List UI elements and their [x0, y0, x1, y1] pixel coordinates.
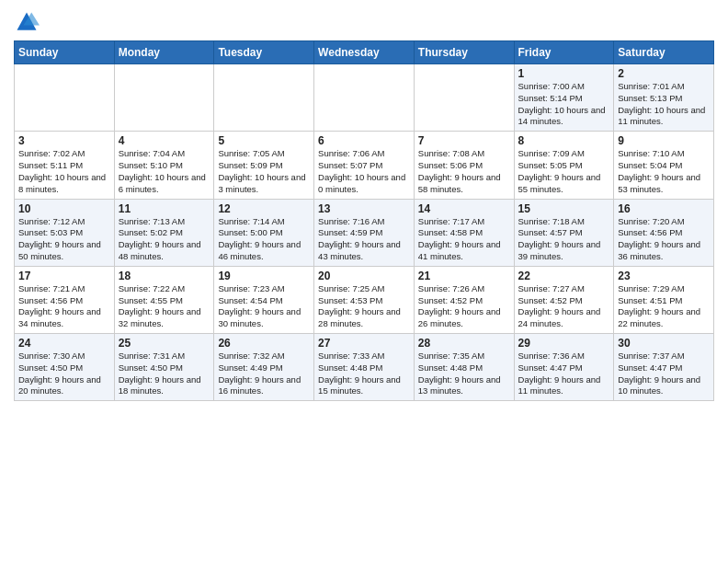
day-number: 20	[318, 270, 410, 282]
calendar-table: SundayMondayTuesdayWednesdayThursdayFrid…	[14, 40, 714, 401]
day-info-line: Sunrise: 7:04 AM	[119, 148, 210, 160]
day-info-line: Sunrise: 7:01 AM	[618, 81, 710, 93]
day-cell: 10Sunrise: 7:12 AMSunset: 5:03 PMDayligh…	[15, 199, 115, 266]
day-info-line: Sunset: 4:52 PM	[418, 295, 510, 307]
weekday-tuesday: Tuesday	[214, 41, 314, 64]
day-number: 15	[518, 202, 610, 215]
day-cell: 14Sunrise: 7:17 AMSunset: 4:58 PMDayligh…	[414, 199, 514, 266]
week-row-1: 3Sunrise: 7:02 AMSunset: 5:11 PMDaylight…	[15, 132, 714, 199]
week-row-4: 24Sunrise: 7:30 AMSunset: 4:50 PMDayligh…	[15, 334, 714, 401]
day-number: 24	[18, 337, 110, 350]
day-number: 28	[418, 337, 510, 350]
day-cell: 2Sunrise: 7:01 AMSunset: 5:13 PMDaylight…	[614, 64, 714, 132]
day-info-line: Sunset: 5:14 PM	[518, 93, 610, 105]
day-cell: 16Sunrise: 7:20 AMSunset: 4:56 PMDayligh…	[614, 199, 714, 266]
day-info-line: Sunrise: 7:06 AM	[318, 148, 410, 160]
day-info-line: Daylight: 9 hours and 41 minutes.	[418, 239, 510, 263]
day-cell: 17Sunrise: 7:21 AMSunset: 4:56 PMDayligh…	[15, 266, 115, 333]
day-number: 26	[218, 337, 310, 350]
day-info-line: Sunset: 4:52 PM	[518, 295, 610, 307]
day-info-line: Daylight: 10 hours and 0 minutes.	[318, 172, 410, 196]
day-info-line: Sunset: 4:51 PM	[618, 295, 710, 307]
day-info-line: Sunrise: 7:18 AM	[518, 216, 610, 228]
day-info-line: Sunrise: 7:26 AM	[418, 283, 510, 295]
day-info-line: Sunrise: 7:22 AM	[119, 283, 210, 295]
day-info-line: Sunrise: 7:36 AM	[518, 350, 610, 362]
day-info-line: Daylight: 9 hours and 32 minutes.	[119, 306, 210, 330]
day-cell: 28Sunrise: 7:35 AMSunset: 4:48 PMDayligh…	[414, 334, 514, 401]
day-number: 17	[18, 270, 110, 282]
day-number: 5	[218, 134, 310, 147]
day-info-line: Daylight: 9 hours and 34 minutes.	[18, 306, 110, 330]
day-info-line: Daylight: 9 hours and 43 minutes.	[318, 239, 410, 263]
day-info-line: Sunset: 4:49 PM	[218, 362, 310, 374]
day-number: 18	[119, 270, 210, 282]
day-number: 27	[318, 337, 410, 350]
day-info-line: Daylight: 9 hours and 13 minutes.	[418, 374, 510, 398]
day-cell: 1Sunrise: 7:00 AMSunset: 5:14 PMDaylight…	[514, 64, 614, 132]
day-number: 6	[318, 134, 410, 147]
day-number: 22	[518, 270, 610, 282]
day-number: 9	[618, 134, 710, 147]
day-info-line: Sunrise: 7:10 AM	[618, 148, 710, 160]
day-info-line: Sunrise: 7:12 AM	[18, 216, 110, 228]
day-cell: 11Sunrise: 7:13 AMSunset: 5:02 PMDayligh…	[114, 199, 214, 266]
day-cell	[414, 64, 514, 132]
day-cell: 13Sunrise: 7:16 AMSunset: 4:59 PMDayligh…	[314, 199, 415, 266]
day-cell: 27Sunrise: 7:33 AMSunset: 4:48 PMDayligh…	[314, 334, 415, 401]
weekday-header-row: SundayMondayTuesdayWednesdayThursdayFrid…	[15, 41, 714, 64]
day-info-line: Sunset: 4:54 PM	[218, 295, 310, 307]
day-info-line: Sunrise: 7:27 AM	[518, 283, 610, 295]
day-info-line: Daylight: 10 hours and 3 minutes.	[218, 172, 310, 196]
day-info-line: Daylight: 9 hours and 30 minutes.	[218, 306, 310, 330]
day-info-line: Sunset: 4:56 PM	[618, 227, 710, 239]
day-info-line: Sunset: 5:09 PM	[218, 160, 310, 172]
day-info-line: Daylight: 9 hours and 28 minutes.	[318, 306, 410, 330]
day-info-line: Sunrise: 7:05 AM	[218, 148, 310, 160]
day-info-line: Sunset: 5:11 PM	[18, 160, 110, 172]
day-info-line: Sunrise: 7:25 AM	[318, 283, 410, 295]
day-info-line: Sunset: 5:03 PM	[18, 227, 110, 239]
day-info-line: Sunrise: 7:02 AM	[18, 148, 110, 160]
day-info-line: Daylight: 9 hours and 58 minutes.	[418, 172, 510, 196]
day-number: 19	[218, 270, 310, 282]
day-cell: 18Sunrise: 7:22 AMSunset: 4:55 PMDayligh…	[114, 266, 214, 333]
day-info-line: Daylight: 10 hours and 14 minutes.	[518, 105, 610, 129]
day-cell: 25Sunrise: 7:31 AMSunset: 4:50 PMDayligh…	[114, 334, 214, 401]
day-cell: 4Sunrise: 7:04 AMSunset: 5:10 PMDaylight…	[114, 132, 214, 199]
day-number: 10	[18, 202, 110, 215]
day-cell: 22Sunrise: 7:27 AMSunset: 4:52 PMDayligh…	[514, 266, 614, 333]
day-info-line: Sunset: 5:02 PM	[119, 227, 210, 239]
day-number: 13	[318, 202, 410, 215]
day-cell: 20Sunrise: 7:25 AMSunset: 4:53 PMDayligh…	[314, 266, 415, 333]
weekday-thursday: Thursday	[414, 41, 514, 64]
day-cell: 15Sunrise: 7:18 AMSunset: 4:57 PMDayligh…	[514, 199, 614, 266]
day-number: 16	[618, 202, 710, 215]
day-info-line: Daylight: 9 hours and 53 minutes.	[618, 172, 710, 196]
day-cell: 7Sunrise: 7:08 AMSunset: 5:06 PMDaylight…	[414, 132, 514, 199]
day-cell: 5Sunrise: 7:05 AMSunset: 5:09 PMDaylight…	[214, 132, 314, 199]
day-info-line: Daylight: 9 hours and 46 minutes.	[218, 239, 310, 263]
day-info-line: Daylight: 9 hours and 39 minutes.	[518, 239, 610, 263]
day-info-line: Sunset: 4:48 PM	[418, 362, 510, 374]
day-info-line: Sunset: 4:48 PM	[318, 362, 410, 374]
day-number: 2	[618, 67, 710, 80]
day-info-line: Sunset: 4:50 PM	[119, 362, 210, 374]
header	[14, 9, 714, 35]
week-row-3: 17Sunrise: 7:21 AMSunset: 4:56 PMDayligh…	[15, 266, 714, 333]
weekday-monday: Monday	[114, 41, 214, 64]
day-info-line: Sunrise: 7:13 AM	[119, 216, 210, 228]
day-cell: 29Sunrise: 7:36 AMSunset: 4:47 PMDayligh…	[514, 334, 614, 401]
day-info-line: Sunset: 4:58 PM	[418, 227, 510, 239]
day-info-line: Sunset: 4:47 PM	[518, 362, 610, 374]
day-info-line: Sunrise: 7:35 AM	[418, 350, 510, 362]
day-info-line: Daylight: 9 hours and 10 minutes.	[618, 374, 710, 398]
day-info-line: Sunrise: 7:00 AM	[518, 81, 610, 93]
day-info-line: Sunset: 4:50 PM	[18, 362, 110, 374]
day-info-line: Sunset: 4:53 PM	[318, 295, 410, 307]
day-cell	[114, 64, 214, 132]
day-info-line: Sunrise: 7:29 AM	[618, 283, 710, 295]
logo	[14, 9, 43, 35]
day-info-line: Sunset: 4:55 PM	[119, 295, 210, 307]
day-number: 21	[418, 270, 510, 282]
